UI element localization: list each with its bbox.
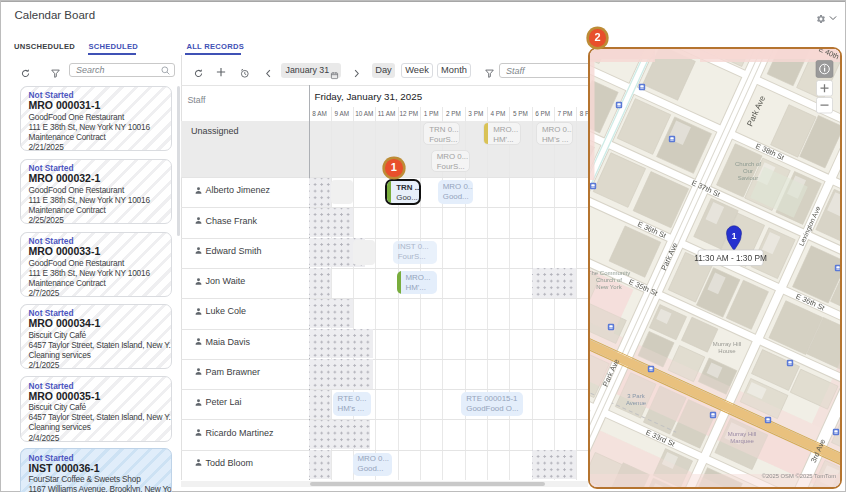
svg-text:©2025 OSM ©2025 TomTom: ©2025 OSM ©2025 TomTom xyxy=(762,473,836,479)
svg-text:11:30 AM - 1:30 PM: 11:30 AM - 1:30 PM xyxy=(694,253,767,263)
svg-text:3 ParkAvenue: 3 ParkAvenue xyxy=(626,393,647,406)
svg-text:1: 1 xyxy=(732,231,737,241)
svg-text:Murray HillMarquee: Murray HillMarquee xyxy=(728,431,757,444)
